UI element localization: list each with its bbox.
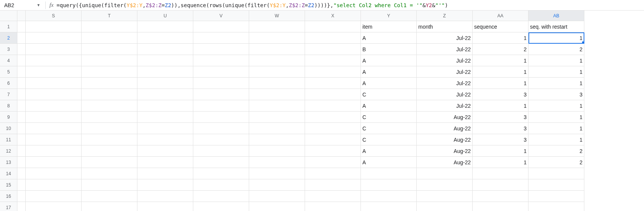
cell-T2[interactable] (82, 32, 137, 44)
cell-X16[interactable] (305, 191, 361, 202)
cell-Z12[interactable]: Aug-22 (417, 145, 473, 157)
cell-X9[interactable] (305, 112, 361, 123)
cell-T17[interactable] (82, 202, 137, 211)
cell[interactable] (17, 100, 26, 112)
cell-S15[interactable] (26, 179, 82, 191)
cell-W5[interactable] (249, 66, 305, 78)
cell-T12[interactable] (82, 145, 137, 157)
cell-S2[interactable] (26, 32, 82, 44)
cell-V14[interactable] (193, 168, 249, 179)
cell-AA3[interactable]: 2 (473, 44, 528, 55)
cell-Y11[interactable]: C (361, 134, 417, 145)
cell[interactable] (17, 157, 26, 168)
cell-Y12[interactable]: A (361, 145, 417, 157)
cell[interactable] (17, 112, 26, 123)
column-header-W[interactable]: W (249, 11, 305, 21)
cell-AA8[interactable]: 1 (473, 100, 528, 112)
row-header-1[interactable]: 1 (0, 21, 17, 32)
cell-V2[interactable] (193, 32, 249, 44)
cell-W6[interactable] (249, 78, 305, 89)
cell-U13[interactable] (137, 157, 193, 168)
cell-U15[interactable] (137, 179, 193, 191)
cell-T5[interactable] (82, 66, 137, 78)
cell-AA11[interactable]: 3 (473, 134, 528, 145)
cell-AB8[interactable]: 1 (528, 100, 584, 112)
cell-AB14[interactable] (528, 168, 584, 179)
cell-S9[interactable] (26, 112, 82, 123)
cell-S7[interactable] (26, 89, 82, 100)
name-box[interactable]: AB2 ▼ (2, 1, 43, 10)
cell-W11[interactable] (249, 134, 305, 145)
cell-W4[interactable] (249, 55, 305, 66)
cell-S17[interactable] (26, 202, 82, 211)
cell-U4[interactable] (137, 55, 193, 66)
cell-T4[interactable] (82, 55, 137, 66)
cell-AB10[interactable]: 1 (528, 123, 584, 134)
row-header-13[interactable]: 13 (0, 157, 17, 168)
cell-V3[interactable] (193, 44, 249, 55)
cell-U17[interactable] (137, 202, 193, 211)
cell-S14[interactable] (26, 168, 82, 179)
cell-W14[interactable] (249, 168, 305, 179)
cell-U3[interactable] (137, 44, 193, 55)
cell[interactable] (17, 168, 26, 179)
cell-V12[interactable] (193, 145, 249, 157)
cell[interactable] (17, 191, 26, 202)
cell-AA7[interactable]: 3 (473, 89, 528, 100)
cell-Z2[interactable]: Jul-22 (417, 32, 473, 44)
cell-AB13[interactable]: 2 (528, 157, 584, 168)
cell-AB2[interactable]: 1 (528, 32, 584, 44)
cell-X13[interactable] (305, 157, 361, 168)
cell-Z6[interactable]: Jul-22 (417, 78, 473, 89)
cell-V8[interactable] (193, 100, 249, 112)
cell[interactable] (17, 89, 26, 100)
cell-S1[interactable] (26, 21, 82, 32)
cell-Z17[interactable] (417, 202, 473, 211)
cell-S6[interactable] (26, 78, 82, 89)
cell-U8[interactable] (137, 100, 193, 112)
cell-Y17[interactable] (361, 202, 417, 211)
cell-Z13[interactable]: Aug-22 (417, 157, 473, 168)
cell-X10[interactable] (305, 123, 361, 134)
cell-Z3[interactable]: Jul-22 (417, 44, 473, 55)
cell-Z16[interactable] (417, 191, 473, 202)
cell-Y1[interactable]: item (361, 21, 417, 32)
cell-AA6[interactable]: 1 (473, 78, 528, 89)
cell-T9[interactable] (82, 112, 137, 123)
column-header-S[interactable]: S (26, 11, 82, 21)
cell[interactable] (17, 66, 26, 78)
cell-V7[interactable] (193, 89, 249, 100)
cell[interactable] (17, 134, 26, 145)
cell-S13[interactable] (26, 157, 82, 168)
cell-X2[interactable] (305, 32, 361, 44)
cell-Z4[interactable]: Jul-22 (417, 55, 473, 66)
cell-T15[interactable] (82, 179, 137, 191)
cell-AB4[interactable]: 1 (528, 55, 584, 66)
cell-X11[interactable] (305, 134, 361, 145)
cell-X7[interactable] (305, 89, 361, 100)
cell-AA13[interactable]: 1 (473, 157, 528, 168)
cell-T7[interactable] (82, 89, 137, 100)
cell[interactable] (17, 55, 26, 66)
cell-Y8[interactable]: A (361, 100, 417, 112)
cell-AA4[interactable]: 1 (473, 55, 528, 66)
row-header-15[interactable]: 15 (0, 179, 17, 191)
cell-AB12[interactable]: 2 (528, 145, 584, 157)
cell[interactable] (17, 21, 26, 32)
cell-Y2[interactable]: A (361, 32, 417, 44)
cell-AB1[interactable]: seq. with restart (528, 21, 584, 32)
cell-X5[interactable] (305, 66, 361, 78)
cell-W2[interactable] (249, 32, 305, 44)
cell-Y4[interactable]: A (361, 55, 417, 66)
cell[interactable] (17, 32, 26, 44)
cell-AA2[interactable]: 1 (473, 32, 528, 44)
cell-AA10[interactable]: 3 (473, 123, 528, 134)
cell-AA12[interactable]: 1 (473, 145, 528, 157)
cell[interactable] (17, 145, 26, 157)
cell-T14[interactable] (82, 168, 137, 179)
column-header-X[interactable]: X (305, 11, 361, 21)
cell-X8[interactable] (305, 100, 361, 112)
cell-AA5[interactable]: 1 (473, 66, 528, 78)
cell-W13[interactable] (249, 157, 305, 168)
cell-W9[interactable] (249, 112, 305, 123)
